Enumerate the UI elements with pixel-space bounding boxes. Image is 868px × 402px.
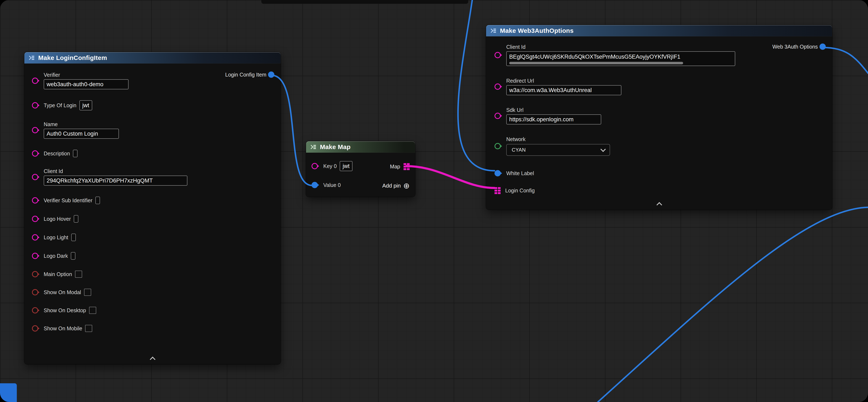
logo-light-pin[interactable] (32, 234, 38, 240)
field-label: Name (44, 121, 119, 127)
field-label: Show On Modal (44, 289, 81, 295)
key-0-input[interactable]: jwt (340, 161, 352, 171)
field-label: Login Config (505, 188, 535, 194)
redirect-url-input[interactable]: w3a://com.w3a.Web3AuthUnreal (506, 85, 621, 95)
node-title: Make Map (320, 143, 350, 150)
field-label: Verifier (44, 72, 129, 78)
collapse-node-chevron-icon[interactable] (149, 356, 156, 361)
logo-dark-pin[interactable] (32, 253, 38, 259)
field-login-config: Login Config (495, 185, 826, 195)
logo-hover-pin[interactable] (32, 216, 38, 222)
verifier-sub-identifier-pin[interactable] (32, 197, 38, 203)
field-label: Redirect Url (506, 78, 621, 84)
field-logo-dark: Logo Dark (32, 252, 274, 260)
field-label: Value 0 (323, 182, 341, 188)
type-of-login-input[interactable]: jwt (80, 100, 92, 110)
field-white-label: White Label (495, 168, 826, 178)
field-label: Logo Light (44, 234, 68, 240)
client-id-pin[interactable] (495, 52, 501, 58)
field-logo-light: Logo Light (32, 234, 274, 241)
blueprint-graph-canvas[interactable]: Make LoginConfigItem Login Config Item V… (0, 0, 868, 402)
client-id-pin[interactable] (32, 174, 38, 180)
field-name: Name Auth0 Custom Login (32, 121, 274, 139)
field-client-id: Client Id BEglQSgt4cUWcj6SKRdu5QkOXTsePm… (495, 44, 826, 66)
node-header[interactable]: Make Web3AuthOptions (486, 25, 832, 36)
sdk-url-pin[interactable] (495, 113, 501, 119)
field-network: Network CYAN (495, 136, 826, 156)
field-label: Type Of Login (44, 103, 76, 109)
wire-bottom-diagonal[interactable] (598, 207, 868, 402)
node-make-map[interactable]: Make Map Key 0 jwt Value 0 Map Add pin ⊕ (306, 141, 415, 197)
logo-hover-input[interactable] (74, 215, 79, 223)
client-id-input[interactable]: 294QRkchfq2YaXUbPri7D6PH7xzHgQMT (44, 176, 187, 185)
node-header[interactable]: Make LoginConfigItem (24, 52, 281, 63)
logo-light-input[interactable] (71, 234, 76, 241)
field-label: Sdk Url (506, 107, 601, 113)
show-on-modal-pin[interactable] (32, 289, 38, 295)
horizontal-scrollbar[interactable] (509, 62, 683, 64)
field-label: Client Id (506, 44, 735, 50)
make-struct-icon (29, 55, 35, 61)
field-label: Description (44, 150, 70, 156)
logo-dark-input[interactable] (71, 252, 75, 260)
verifier-pin[interactable] (32, 78, 38, 84)
description-pin[interactable] (32, 150, 38, 156)
make-struct-icon (490, 28, 497, 34)
verifier-sub-identifier-input[interactable] (95, 197, 100, 204)
node-make-loginconfigitem[interactable]: Make LoginConfigItem Login Config Item V… (24, 52, 281, 364)
field-label: Verifier Sub Identifier (44, 197, 92, 203)
field-description: Description (32, 150, 274, 157)
white-label-pin[interactable] (495, 170, 501, 176)
field-label: Logo Hover (44, 216, 71, 222)
offscreen-node-edge[interactable] (261, 0, 468, 4)
output-map: Map (390, 163, 410, 170)
add-pin-plus-icon: ⊕ (403, 183, 410, 189)
field-verifier-sub-identifier: Verifier Sub Identifier (32, 197, 274, 204)
network-dropdown[interactable]: CYAN (506, 144, 610, 156)
chevron-down-icon (600, 147, 606, 152)
field-type-of-login: Type Of Login jwt (32, 100, 274, 110)
field-label: Key 0 (323, 163, 337, 169)
network-selected-value: CYAN (507, 147, 526, 153)
output-label: Map (390, 164, 400, 170)
client-id-text: BEglQSgt4cUWcj6SKRdu5QkOXTsePmMcusG5EAoy… (509, 53, 732, 61)
make-map-icon (310, 144, 317, 150)
field-redirect-url: Redirect Url w3a://com.w3a.Web3AuthUnrea… (495, 78, 826, 95)
name-input[interactable]: Auth0 Custom Login (44, 129, 119, 139)
field-label: Show On Mobile (44, 325, 82, 332)
field-main-option: Main Option (32, 270, 274, 278)
offscreen-node-corner[interactable] (0, 383, 17, 402)
client-id-input[interactable]: BEglQSgt4cUWcj6SKRdu5QkOXTsePmMcusG5EAoy… (506, 51, 735, 66)
login-config-pin[interactable] (495, 187, 501, 194)
key-0-pin[interactable] (312, 163, 318, 169)
main-option-checkbox[interactable] (75, 270, 82, 278)
value-0-pin[interactable] (312, 182, 318, 188)
network-pin[interactable] (495, 143, 501, 149)
sdk-url-input[interactable]: https://sdk.openlogin.com (506, 114, 601, 124)
collapse-node-chevron-icon[interactable] (656, 202, 662, 206)
field-client-id: Client Id 294QRkchfq2YaXUbPri7D6PH7xzHgQ… (32, 168, 274, 185)
field-show-on-modal: Show On Modal (32, 289, 274, 296)
main-option-pin[interactable] (32, 271, 38, 277)
node-make-web3authoptions[interactable]: Make Web3AuthOptions Web 3Auth Options C… (486, 25, 832, 210)
add-pin-button[interactable]: Add pin ⊕ (382, 182, 410, 189)
redirect-url-pin[interactable] (495, 84, 501, 90)
node-header[interactable]: Make Map (306, 141, 415, 153)
show-on-mobile-pin[interactable] (32, 325, 38, 332)
field-show-on-desktop: Show On Desktop (32, 307, 274, 314)
field-label: Logo Dark (44, 253, 68, 259)
show-on-mobile-checkbox[interactable] (85, 325, 92, 332)
field-label: Show On Desktop (44, 307, 86, 314)
show-on-desktop-checkbox[interactable] (89, 307, 96, 314)
type-of-login-pin[interactable] (32, 102, 38, 109)
verifier-input[interactable]: web3auth-auth0-demo (44, 79, 129, 89)
wire-map-to-login-config[interactable] (406, 166, 495, 188)
node-title: Make Web3AuthOptions (500, 27, 574, 34)
show-on-modal-checkbox[interactable] (84, 289, 91, 296)
field-sdk-url: Sdk Url https://sdk.openlogin.com (495, 107, 826, 124)
map-output-pin[interactable] (404, 163, 410, 170)
show-on-desktop-pin[interactable] (32, 307, 38, 314)
description-input[interactable] (73, 150, 78, 157)
field-verifier: Verifier web3auth-auth0-demo (32, 72, 274, 89)
name-pin[interactable] (32, 127, 38, 133)
